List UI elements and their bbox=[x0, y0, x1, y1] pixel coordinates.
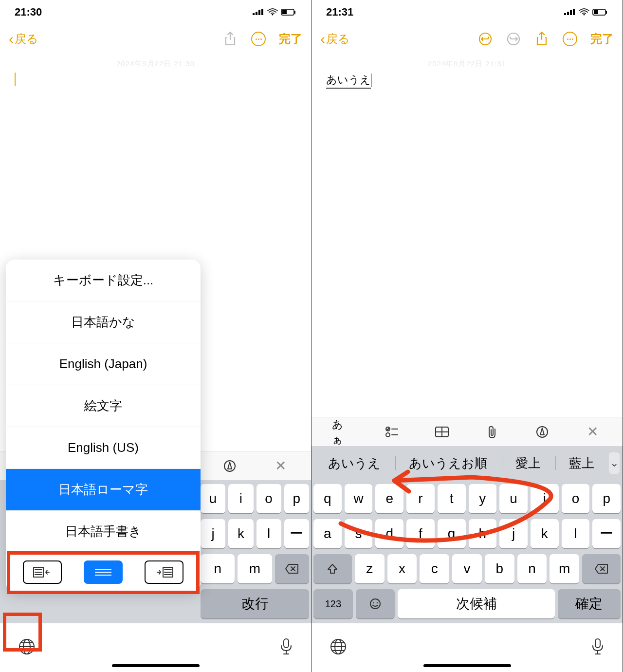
keyboard-option[interactable]: 日本語かな bbox=[6, 301, 201, 343]
key-dash[interactable]: ー bbox=[592, 519, 621, 548]
home-indicator[interactable] bbox=[423, 664, 511, 667]
numbers-key[interactable]: 123 bbox=[313, 589, 353, 618]
key-k[interactable]: k bbox=[228, 519, 253, 548]
note-body[interactable]: 2024年9月22日 21:30 bbox=[0, 54, 311, 92]
key-f[interactable]: f bbox=[406, 519, 435, 548]
key-l[interactable]: l bbox=[562, 519, 590, 548]
key-b[interactable]: b bbox=[485, 554, 514, 583]
dictation-button[interactable] bbox=[279, 637, 293, 658]
backspace-key[interactable] bbox=[582, 554, 621, 583]
key-j[interactable]: j bbox=[201, 519, 225, 548]
layout-right-button[interactable] bbox=[145, 560, 183, 584]
markup-button[interactable] bbox=[532, 422, 552, 442]
key-x[interactable]: x bbox=[387, 554, 417, 583]
key-n[interactable]: n bbox=[517, 554, 547, 583]
key-i[interactable]: i bbox=[228, 484, 253, 513]
suggestion[interactable]: 愛上 bbox=[502, 455, 554, 472]
key-w[interactable]: w bbox=[345, 484, 373, 513]
note-date: 2024年9月22日 21:30 bbox=[15, 59, 296, 69]
note-body[interactable]: 2024年9月22日 21:31 あいうえ bbox=[312, 54, 623, 94]
key-k[interactable]: k bbox=[531, 519, 559, 548]
key-a[interactable]: a bbox=[313, 519, 342, 548]
key-e[interactable]: e bbox=[375, 484, 403, 513]
keyboard-option[interactable]: 日本語手書き bbox=[6, 511, 201, 553]
backspace-key[interactable] bbox=[275, 554, 309, 583]
globe-button[interactable] bbox=[18, 637, 36, 658]
suggestion[interactable]: 藍上 bbox=[555, 455, 608, 472]
keyboard-option[interactable]: 絵文字 bbox=[6, 385, 201, 427]
keyboard: q w e r t y u i o p a s d f g h j k l bbox=[312, 480, 623, 623]
key-o[interactable]: o bbox=[562, 484, 590, 513]
undo-button[interactable] bbox=[477, 31, 493, 47]
key-p[interactable]: p bbox=[284, 484, 309, 513]
note-date: 2024年9月22日 21:31 bbox=[326, 59, 608, 69]
keyboard-option[interactable]: English (Japan) bbox=[6, 343, 201, 385]
done-button[interactable]: 完了 bbox=[590, 31, 614, 47]
key-row-1: q w e r t y u i o p bbox=[313, 484, 621, 513]
key-m[interactable]: m bbox=[550, 554, 579, 583]
key-y[interactable]: y bbox=[469, 484, 497, 513]
key-q[interactable]: q bbox=[313, 484, 342, 513]
suggestion[interactable]: あいうえ bbox=[314, 455, 394, 472]
key-z[interactable]: z bbox=[355, 554, 385, 583]
left-screenshot: 21:30 ‹ 戻る 完了 2024年9月22日 21:30 ✕ bbox=[0, 0, 312, 672]
key-m[interactable]: m bbox=[238, 554, 272, 583]
back-button[interactable]: ‹ 戻る bbox=[320, 31, 350, 47]
key-c[interactable]: c bbox=[420, 554, 449, 583]
layout-left-button[interactable] bbox=[23, 560, 62, 584]
note-text: あいうえ bbox=[326, 73, 371, 89]
svg-rect-30 bbox=[606, 11, 607, 14]
key-p[interactable]: p bbox=[592, 484, 621, 513]
share-icon bbox=[224, 32, 237, 46]
table-button[interactable] bbox=[432, 422, 452, 442]
key-l[interactable]: l bbox=[257, 519, 281, 548]
markup-icon[interactable] bbox=[220, 456, 239, 476]
key-h[interactable]: h bbox=[469, 519, 497, 548]
keyboard-option[interactable]: English (US) bbox=[6, 427, 201, 469]
home-indicator[interactable] bbox=[112, 664, 200, 667]
more-button[interactable] bbox=[251, 31, 266, 47]
close-toolbar-button[interactable]: ✕ bbox=[583, 422, 602, 442]
svg-rect-29 bbox=[594, 10, 598, 14]
done-button[interactable]: 完了 bbox=[279, 31, 302, 47]
globe-button[interactable] bbox=[329, 637, 348, 658]
suggestion[interactable]: あいうえお順 bbox=[395, 455, 501, 472]
dictation-button[interactable] bbox=[590, 637, 605, 658]
key-u[interactable]: u bbox=[499, 484, 528, 513]
layout-full-button[interactable] bbox=[84, 560, 123, 584]
attachment-button[interactable] bbox=[482, 422, 502, 442]
share-button[interactable] bbox=[534, 31, 550, 47]
ellipsis-circle-icon bbox=[563, 32, 577, 46]
key-n[interactable]: n bbox=[201, 554, 235, 583]
svg-point-42 bbox=[373, 602, 374, 604]
checklist-button[interactable] bbox=[382, 422, 402, 442]
key-o[interactable]: o bbox=[257, 484, 281, 513]
svg-rect-2 bbox=[258, 10, 260, 15]
redo-button[interactable] bbox=[506, 31, 521, 47]
key-r[interactable]: r bbox=[406, 484, 435, 513]
key-i[interactable]: i bbox=[531, 484, 559, 513]
svg-rect-7 bbox=[294, 11, 295, 14]
confirm-key[interactable]: 確定 bbox=[558, 589, 621, 618]
keyboard-settings-item[interactable]: キーボード設定... bbox=[6, 260, 201, 301]
key-v[interactable]: v bbox=[452, 554, 482, 583]
back-button[interactable]: ‹ 戻る bbox=[9, 31, 38, 47]
newline-key[interactable]: 改行 bbox=[201, 589, 309, 618]
format-aa-button[interactable]: あぁ bbox=[332, 422, 351, 442]
key-t[interactable]: t bbox=[438, 484, 466, 513]
key-j[interactable]: j bbox=[499, 519, 528, 548]
share-button[interactable] bbox=[222, 31, 238, 47]
key-dash[interactable]: ー bbox=[284, 519, 309, 548]
emoji-key[interactable] bbox=[356, 589, 395, 618]
shift-key[interactable] bbox=[313, 554, 352, 583]
key-u[interactable]: u bbox=[201, 484, 225, 513]
space-key[interactable]: 次候補 bbox=[398, 589, 555, 618]
expand-suggestions-button[interactable]: ⌄ bbox=[609, 452, 620, 474]
close-toolbar-button[interactable]: ✕ bbox=[271, 456, 291, 476]
key-g[interactable]: g bbox=[438, 519, 466, 548]
key-d[interactable]: d bbox=[375, 519, 403, 548]
battery-icon bbox=[592, 8, 608, 16]
more-button[interactable] bbox=[562, 31, 578, 47]
keyboard-option-selected[interactable]: 日本語ローマ字 bbox=[6, 469, 201, 511]
key-s[interactable]: s bbox=[345, 519, 373, 548]
